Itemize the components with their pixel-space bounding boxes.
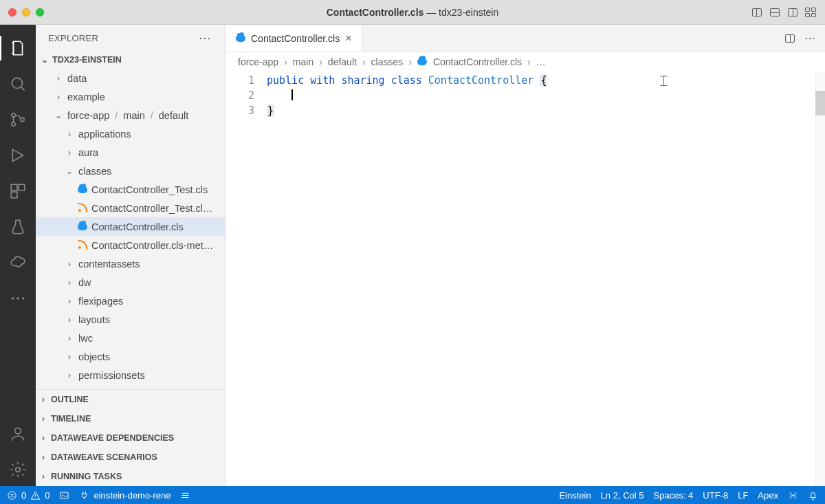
status-language[interactable]: Apex <box>758 490 778 501</box>
tree-folder-applications[interactable]: ›applications <box>36 124 225 143</box>
tab-close-icon[interactable]: × <box>345 32 351 45</box>
split-editor-icon[interactable] <box>784 32 796 45</box>
chevron-right-icon: › <box>40 452 47 462</box>
scrollbar[interactable] <box>815 72 825 486</box>
svg-rect-5 <box>19 184 25 190</box>
maximize-window-icon[interactable] <box>36 8 44 17</box>
breadcrumb-item[interactable]: classes <box>371 56 404 67</box>
activity-salesforce[interactable] <box>0 246 36 279</box>
status-einstein[interactable]: Einstein <box>559 490 591 501</box>
tree-folder-permissionsets[interactable]: ›permissionsets <box>36 366 225 384</box>
activity-more-icon[interactable] <box>0 282 36 315</box>
bell-icon <box>808 490 818 501</box>
tree-folder-dw[interactable]: ›dw <box>36 273 225 292</box>
tree-folder-contentassets[interactable]: ›contentassets <box>36 254 225 273</box>
code-lines[interactable]: public with sharing class ContactControl… <box>267 72 825 486</box>
code-editor[interactable]: 1 2 3 public with sharing class ContactC… <box>226 72 825 486</box>
tree-file-test-cls[interactable]: ContactController_Test.cls <box>36 180 225 199</box>
tree-file-test-meta[interactable]: ContactController_Test.cl… <box>36 199 225 217</box>
apex-file-icon <box>77 184 87 195</box>
tree-folder-lwc[interactable]: ›lwc <box>36 329 225 347</box>
code-line[interactable]: } <box>267 103 825 118</box>
breadcrumb-item[interactable]: ContactController.cls <box>433 56 522 67</box>
breadcrumb-tail[interactable]: … <box>536 56 546 67</box>
tree-folder-example[interactable]: ›example <box>36 87 225 106</box>
section-dataweave-scenarios[interactable]: ›DATAWEAVE SCENARIOS <box>36 448 225 467</box>
svg-point-8 <box>16 297 19 299</box>
tree-folder-layouts[interactable]: ›layouts <box>36 310 225 329</box>
section-running-tasks[interactable]: ›RUNNING TASKS <box>36 467 225 486</box>
apex-file-icon <box>235 33 245 43</box>
chevron-right-icon: › <box>65 278 74 287</box>
svg-point-7 <box>12 297 14 299</box>
status-indent[interactable]: Spaces: 4 <box>654 490 694 501</box>
chevron-right-icon: › <box>65 371 74 380</box>
svg-rect-13 <box>60 492 68 498</box>
file-tree: ›data ›example ⌄ force-app/ main/ defaul… <box>36 69 225 389</box>
status-menu[interactable] <box>180 490 190 501</box>
chevron-right-icon: › <box>40 472 47 481</box>
section-timeline[interactable]: ›TIMELINE <box>36 409 225 428</box>
editor: ContactController.cls × ⋯ force-app› mai… <box>226 25 825 486</box>
breadcrumb[interactable]: force-app› main› default› classes› Conta… <box>226 52 825 72</box>
activity-testing[interactable] <box>0 210 36 243</box>
section-dataweave-dependencies[interactable]: ›DATAWEAVE DEPENDENCIES <box>36 428 225 448</box>
tree-file-controller-cls[interactable]: ContactController.cls <box>36 217 225 236</box>
status-feedback[interactable] <box>788 490 798 501</box>
layout-left-icon[interactable] <box>751 6 763 19</box>
scrollbar-thumb[interactable] <box>815 91 825 116</box>
activity-explorer[interactable] <box>0 32 36 65</box>
tree-folder-objects[interactable]: ›objects <box>36 347 225 366</box>
status-cursor-pos[interactable]: Ln 2, Col 5 <box>601 490 644 501</box>
tree-folder-flexipages[interactable]: ›flexipages <box>36 292 225 310</box>
chevron-down-icon: ⌄ <box>54 111 63 120</box>
line-number: 3 <box>226 103 254 118</box>
code-line[interactable]: public with sharing class ContactControl… <box>267 73 825 88</box>
code-line[interactable] <box>267 88 825 103</box>
xml-file-icon <box>77 240 87 250</box>
activity-settings[interactable] <box>0 453 36 486</box>
svg-point-3 <box>21 118 24 121</box>
tab-contactcontroller[interactable]: ContactController.cls × <box>226 25 362 52</box>
tree-folder-data[interactable]: ›data <box>36 69 225 87</box>
project-root[interactable]: ⌄ TDX23-EINSTEIN <box>36 51 225 69</box>
status-terminal[interactable] <box>59 490 69 501</box>
status-problems[interactable]: 0 0 <box>7 490 50 501</box>
tree-folder-forceapp[interactable]: ⌄ force-app/ main/ default <box>36 106 225 124</box>
activity-run-debug[interactable] <box>0 139 36 172</box>
chevron-down-icon: ⌄ <box>65 166 74 176</box>
activity-search[interactable] <box>0 67 36 100</box>
section-outline[interactable]: ›OUTLINE <box>36 390 225 409</box>
title-layout-controls <box>751 6 817 19</box>
warning-icon <box>30 490 41 501</box>
sidebar-header: EXPLORER ⋯ <box>36 25 225 51</box>
sidebar-bottom-sections: ›OUTLINE ›TIMELINE ›DATAWEAVE DEPENDENCI… <box>36 389 225 486</box>
tree-folder-classes[interactable]: ⌄classes <box>36 162 225 180</box>
explorer-more-icon[interactable]: ⋯ <box>199 32 212 44</box>
breadcrumb-item[interactable]: default <box>328 56 357 67</box>
chevron-right-icon: › <box>40 395 47 404</box>
layout-right-icon[interactable] <box>786 6 799 19</box>
breadcrumb-item[interactable]: force-app <box>238 56 278 67</box>
layout-grid-icon[interactable] <box>804 6 817 19</box>
close-window-icon[interactable] <box>8 8 16 17</box>
status-bar: 0 0 einstein-demo-rene Einstein Ln 2, Co… <box>0 486 825 504</box>
status-notifications[interactable] <box>808 490 818 501</box>
title-sep: — <box>426 7 439 18</box>
minimize-window-icon[interactable] <box>22 8 30 17</box>
breadcrumb-item[interactable]: main <box>293 56 314 67</box>
svg-point-11 <box>16 468 21 472</box>
status-encoding[interactable]: UTF-8 <box>703 490 728 501</box>
activity-source-control[interactable] <box>0 103 36 136</box>
activity-bar <box>0 25 36 486</box>
status-eol[interactable]: LF <box>738 490 748 501</box>
status-org[interactable]: einstein-demo-rene <box>79 490 170 501</box>
activity-account[interactable] <box>0 417 36 450</box>
xml-file-icon <box>77 203 87 213</box>
tree-folder-aura[interactable]: ›aura <box>36 143 225 162</box>
activity-extensions[interactable] <box>0 175 36 208</box>
tree-file-controller-meta[interactable]: ContactController.cls-met… <box>36 236 225 254</box>
layout-bottom-icon[interactable] <box>769 6 781 19</box>
chevron-right-icon: › <box>65 333 74 343</box>
editor-more-icon[interactable]: ⋯ <box>804 32 817 45</box>
